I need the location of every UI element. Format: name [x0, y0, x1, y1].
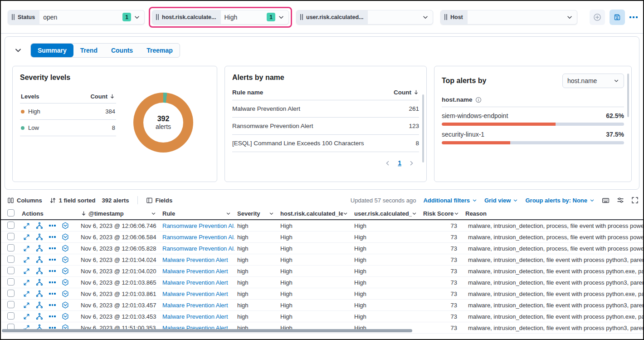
- row-checkbox[interactable]: [7, 290, 15, 297]
- row-checkbox[interactable]: [7, 244, 15, 251]
- analyze-event-icon[interactable]: [36, 279, 43, 286]
- count-header[interactable]: Count: [90, 93, 107, 100]
- chevron-down-icon[interactable]: [454, 211, 459, 216]
- drag-handle-icon[interactable]: [156, 14, 159, 20]
- drag-handle-icon[interactable]: [444, 14, 447, 20]
- view-tab[interactable]: Summary: [31, 44, 73, 57]
- expand-alert-icon[interactable]: [23, 234, 30, 241]
- drag-handle-icon[interactable]: [300, 14, 303, 20]
- rule-link[interactable]: Malware Prevention Alert: [160, 313, 234, 320]
- investigate-timeline-icon[interactable]: [62, 313, 69, 320]
- chevron-down-icon[interactable]: [278, 14, 284, 20]
- previous-page-button[interactable]: [385, 160, 390, 166]
- drag-handle-icon[interactable]: [12, 14, 15, 20]
- group-alerts-button[interactable]: Group alerts by: None: [525, 197, 595, 204]
- column-header[interactable]: Reason: [463, 210, 644, 217]
- vertical-scrollbar[interactable]: [627, 74, 629, 117]
- vertical-scrollbar[interactable]: [422, 94, 424, 163]
- investigate-timeline-icon[interactable]: [62, 267, 69, 275]
- row-checkbox[interactable]: [7, 278, 15, 286]
- filter-pill[interactable]: Status open 1: [8, 10, 145, 25]
- row-checkbox[interactable]: [7, 267, 15, 274]
- row-checkbox[interactable]: [7, 312, 15, 320]
- rule-link[interactable]: Malware Prevention Alert: [160, 256, 234, 263]
- page-number[interactable]: 1: [398, 159, 401, 167]
- more-actions-icon[interactable]: [49, 293, 56, 295]
- column-header[interactable]: user.risk.calculated_level: [351, 210, 420, 217]
- rule-link[interactable]: Ransomware Prevention Al...: [160, 234, 234, 241]
- investigate-timeline-icon[interactable]: [62, 290, 69, 297]
- more-actions-icon[interactable]: [49, 236, 56, 238]
- fields-button[interactable]: Fields: [146, 197, 173, 204]
- column-header[interactable]: Actions: [19, 210, 78, 217]
- investigate-timeline-icon[interactable]: [62, 279, 69, 286]
- expand-alert-icon[interactable]: [23, 256, 30, 263]
- column-header[interactable]: Severity: [234, 210, 278, 217]
- rule-link[interactable]: Ransomware Prevention Al...: [160, 245, 234, 252]
- column-header[interactable]: Rule: [160, 210, 234, 217]
- expand-alert-icon[interactable]: [23, 291, 30, 297]
- more-actions-icon[interactable]: [49, 225, 56, 227]
- more-actions-icon[interactable]: [49, 247, 56, 249]
- chevron-down-icon[interactable]: [412, 211, 417, 216]
- analyze-event-icon[interactable]: [36, 267, 43, 275]
- next-page-button[interactable]: [409, 160, 415, 166]
- analyze-event-icon[interactable]: [36, 313, 43, 320]
- chevron-down-icon[interactable]: [151, 211, 156, 216]
- save-query-button[interactable]: [610, 10, 625, 25]
- rule-link[interactable]: Malware Prevention Alert: [160, 268, 234, 275]
- chevron-down-icon[interactable]: [134, 14, 140, 20]
- rule-link[interactable]: Ransomware Prevention Al...: [160, 222, 234, 229]
- more-actions-icon[interactable]: [49, 259, 56, 261]
- investigate-timeline-icon[interactable]: [62, 245, 69, 252]
- chevron-down-icon[interactable]: [226, 211, 231, 216]
- severity-legend-row[interactable]: Low 8: [20, 120, 116, 136]
- add-filter-button[interactable]: [590, 10, 605, 25]
- analyze-event-icon[interactable]: [36, 290, 43, 297]
- count-header[interactable]: Count: [394, 89, 411, 96]
- analyze-event-icon[interactable]: [36, 301, 43, 309]
- analyze-event-icon[interactable]: [36, 222, 43, 229]
- more-actions-icon[interactable]: [49, 281, 56, 283]
- chevron-down-icon[interactable]: [566, 14, 573, 20]
- analyze-event-icon[interactable]: [36, 233, 43, 241]
- expand-alert-icon[interactable]: [23, 245, 30, 252]
- investigate-timeline-icon[interactable]: [62, 222, 69, 229]
- sort-fields-button[interactable]: 1 field sorted: [49, 197, 96, 204]
- view-tab[interactable]: Treemap: [140, 44, 180, 57]
- row-checkbox[interactable]: [7, 233, 15, 240]
- additional-filters-button[interactable]: Additional filters: [423, 197, 477, 204]
- display-options-button[interactable]: [617, 197, 624, 204]
- column-header[interactable]: host.risk.calculated_level: [278, 210, 351, 217]
- row-checkbox[interactable]: [7, 301, 15, 308]
- fullscreen-button[interactable]: [631, 197, 639, 204]
- chevron-down-icon[interactable]: [343, 211, 348, 216]
- filter-pill[interactable]: host.risk.calculate... High 1: [152, 10, 289, 25]
- investigate-timeline-icon[interactable]: [62, 256, 69, 263]
- info-icon[interactable]: [475, 97, 482, 103]
- column-header[interactable]: Risk Score: [420, 210, 463, 217]
- severity-donut-chart[interactable]: 392 alerts: [133, 93, 193, 153]
- row-checkbox[interactable]: [7, 222, 15, 229]
- rule-link[interactable]: Malware Prevention Alert: [160, 302, 234, 309]
- severity-legend-row[interactable]: High 384: [20, 103, 116, 120]
- stack-by-select[interactable]: host.name: [562, 74, 624, 88]
- view-tab[interactable]: Trend: [73, 44, 104, 57]
- rule-link[interactable]: Malware Prevention Alert: [160, 279, 234, 286]
- filter-pill[interactable]: user.risk.calculated...: [296, 10, 433, 25]
- query-menu-button[interactable]: [629, 10, 638, 25]
- more-actions-icon[interactable]: [49, 304, 56, 306]
- investigate-timeline-icon[interactable]: [62, 301, 69, 309]
- investigate-timeline-icon[interactable]: [62, 233, 69, 241]
- expand-alert-icon[interactable]: [23, 268, 30, 275]
- filter-pill[interactable]: Host: [440, 10, 577, 25]
- select-all-checkbox[interactable]: [7, 209, 15, 217]
- rule-link[interactable]: Malware Prevention Alert: [160, 291, 234, 297]
- column-header[interactable]: @timestamp: [78, 210, 160, 217]
- expand-alert-icon[interactable]: [23, 279, 30, 286]
- more-actions-icon[interactable]: [49, 270, 56, 272]
- expand-alert-icon[interactable]: [23, 222, 30, 229]
- view-tab[interactable]: Counts: [104, 44, 140, 57]
- expand-alert-icon[interactable]: [23, 313, 30, 320]
- columns-button[interactable]: Columns: [7, 197, 42, 204]
